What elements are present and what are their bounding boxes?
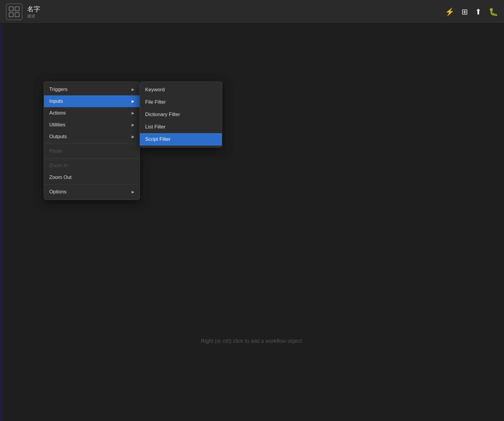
bug-icon[interactable]: 🐛	[489, 7, 498, 16]
menu-label-zoom-out: Zoom Out	[49, 174, 72, 180]
menu-item-outputs[interactable]: Outputs ▶	[44, 131, 140, 143]
titlebar: 名字 描述 ⚡ ⊞ ⬆ 🐛	[0, 0, 504, 24]
app-icon-cell-3	[9, 12, 14, 17]
app-icon-cell-2	[15, 6, 19, 11]
canvas-area: Right (or ctrl) click to add a workflow …	[0, 24, 504, 421]
titlebar-right: ⚡ ⊞ ⬆ 🐛	[445, 7, 498, 16]
submenu-item-file-filter[interactable]: File Filter	[140, 96, 222, 108]
arrow-icon-actions: ▶	[132, 111, 134, 115]
submenu-item-script-filter[interactable]: Script Filter	[140, 133, 222, 146]
app-title: 名字	[27, 5, 40, 14]
menu-label-paste: Paste	[49, 148, 62, 154]
menu-label-inputs: Inputs	[49, 98, 63, 104]
submenu-label-dictionary-filter: Dictionary Filter	[145, 112, 180, 118]
upload-icon[interactable]: ⬆	[475, 7, 482, 16]
arrow-icon-utilities: ▶	[132, 123, 134, 127]
helper-text: Right (or ctrl) click to add a workflow …	[201, 338, 303, 344]
submenu-item-keyword[interactable]: Keyword	[140, 84, 222, 96]
menu-item-utilities[interactable]: Utilities ▶	[44, 119, 140, 131]
menu-item-zoom-out[interactable]: Zoom Out	[44, 172, 140, 183]
menu-label-utilities: Utilities	[49, 122, 66, 128]
submenu-item-list-filter[interactable]: List Filter	[140, 121, 222, 133]
app-icon	[6, 4, 22, 20]
separator-2	[44, 158, 140, 159]
flash-icon[interactable]: ⚡	[445, 7, 454, 16]
app-icon-cell-1	[9, 6, 14, 11]
separator-1	[44, 144, 140, 144]
arrow-icon-outputs: ▶	[132, 135, 134, 139]
menu-label-options: Options	[49, 189, 67, 195]
submenu-label-keyword: Keyword	[145, 87, 165, 93]
submenu-label-file-filter: File Filter	[145, 99, 166, 105]
inputs-submenu: Keyword File Filter Dictionary Filter Li…	[140, 81, 222, 148]
add-icon[interactable]: ⊞	[462, 7, 468, 16]
menu-item-triggers[interactable]: Triggers ▶	[44, 84, 140, 95]
left-sidebar-accent	[0, 24, 2, 421]
menu-label-triggers: Triggers	[49, 87, 68, 92]
menu-label-outputs: Outputs	[49, 134, 67, 140]
arrow-icon-inputs: ▶	[132, 99, 134, 103]
menu-item-inputs[interactable]: Inputs ▶	[44, 95, 140, 107]
arrow-icon-options: ▶	[132, 190, 134, 194]
separator-3	[44, 185, 140, 185]
primary-context-menu: Triggers ▶ Inputs ▶ Actions ▶ Utilities …	[44, 81, 140, 200]
menu-item-options[interactable]: Options ▶	[44, 186, 140, 198]
submenu-label-list-filter: List Filter	[145, 124, 166, 130]
menu-item-zoom-in: Zoom In	[44, 160, 140, 172]
arrow-icon-triggers: ▶	[132, 87, 134, 92]
app-icon-cell-4	[15, 12, 19, 17]
menu-item-paste: Paste	[44, 145, 140, 157]
menu-item-actions[interactable]: Actions ▶	[44, 107, 140, 119]
app-description: 描述	[27, 14, 40, 19]
menu-label-zoom-in: Zoom In	[49, 163, 68, 169]
titlebar-left: 名字 描述	[6, 4, 40, 20]
titlebar-text: 名字 描述	[27, 5, 40, 19]
submenu-label-script-filter: Script Filter	[145, 136, 171, 142]
menu-label-actions: Actions	[49, 110, 66, 116]
submenu-item-dictionary-filter[interactable]: Dictionary Filter	[140, 108, 222, 121]
